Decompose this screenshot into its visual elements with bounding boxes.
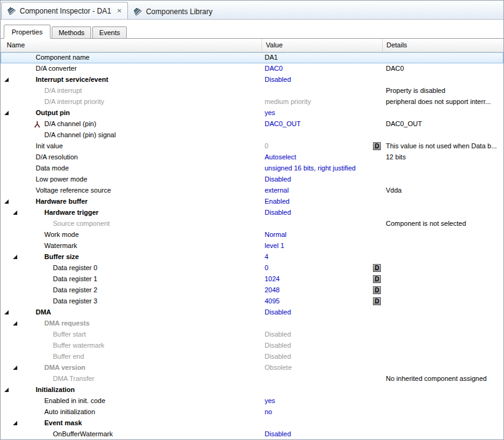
property-value-cell[interactable]: Obsolete — [262, 362, 383, 374]
property-value-cell[interactable] — [262, 418, 383, 429]
property-details — [383, 329, 503, 340]
property-row[interactable]: Data register 1 1024 D — [1, 274, 503, 285]
property-value-cell[interactable]: Disabled — [262, 329, 383, 340]
close-icon[interactable]: ✕ — [117, 8, 122, 14]
property-value-cell[interactable]: Enabled — [262, 196, 383, 207]
property-row[interactable]: Data register 3 4095 D — [1, 296, 503, 307]
property-value-cell[interactable]: 0 D — [262, 263, 383, 274]
property-row[interactable]: Buffer watermark Disabled — [1, 340, 503, 351]
expand-arrow-icon[interactable] — [13, 255, 17, 259]
property-value-cell[interactable]: 1024 D — [262, 274, 383, 285]
property-value-cell[interactable]: Disabled — [262, 207, 383, 218]
property-row[interactable]: D/A channel (pin) signal — [1, 130, 503, 141]
expand-arrow-icon[interactable] — [13, 366, 17, 370]
property-value-cell[interactable]: Autoselect — [262, 152, 383, 163]
property-row[interactable]: DMA version Obsolete — [1, 362, 503, 374]
expand-arrow-icon[interactable] — [13, 321, 17, 326]
property-row[interactable]: Interrupt service/event Disabled — [1, 74, 503, 86]
default-value-button[interactable]: D — [373, 275, 381, 283]
property-value-cell[interactable]: level 1 — [262, 241, 383, 252]
property-value-cell[interactable]: yes — [262, 396, 383, 407]
property-row[interactable]: Buffer size 4 — [1, 252, 503, 263]
default-value-button[interactable]: D — [373, 286, 381, 294]
tab-methods[interactable]: Methods — [52, 26, 91, 38]
property-row[interactable]: Auto initialization no — [1, 407, 503, 418]
tab-events[interactable]: Events — [92, 26, 127, 38]
default-value-button[interactable]: D — [373, 297, 381, 305]
property-value-cell[interactable]: Normal — [262, 230, 383, 241]
property-row[interactable]: D/A resolution Autoselect 12 bits — [1, 152, 503, 163]
property-row[interactable]: Buffer start Disabled — [1, 329, 503, 340]
expand-arrow-icon[interactable] — [4, 78, 9, 82]
property-row[interactable]: D/A channel (pin) DAC0_OUT DAC0_OUT — [1, 119, 503, 130]
property-value-cell[interactable] — [262, 318, 383, 329]
property-row[interactable]: DMA requests — [1, 318, 503, 329]
property-value-cell[interactable] — [262, 86, 383, 97]
property-value-cell[interactable]: Disabled — [262, 307, 383, 318]
property-value-cell[interactable]: DA1 — [262, 52, 383, 63]
property-row[interactable]: Watermark level 1 — [1, 241, 503, 252]
property-value-cell[interactable]: 0 D — [262, 141, 383, 152]
property-row[interactable]: Hardware trigger Disabled — [1, 207, 503, 218]
tab-component-inspector[interactable]: Component Inspector - DA1 ✕ — [1, 2, 128, 19]
property-value-cell[interactable] — [262, 374, 383, 385]
expand-arrow-icon[interactable] — [13, 421, 17, 425]
column-header-value[interactable]: Value — [262, 39, 383, 52]
property-row[interactable]: DMA Disabled — [1, 307, 503, 318]
property-row[interactable]: D/A interrupt Property is disabled — [1, 86, 503, 97]
tab-components-library[interactable]: Components Library — [128, 4, 218, 19]
property-row[interactable]: D/A converter DAC0 DAC0 — [1, 63, 503, 74]
property-row[interactable]: Source component Component is not select… — [1, 218, 503, 230]
property-row[interactable]: Data register 0 0 D — [1, 263, 503, 274]
property-row[interactable]: Data register 2 2048 D — [1, 285, 503, 296]
property-value-cell[interactable]: 2048 D — [262, 285, 383, 296]
property-row[interactable]: Hardware buffer Enabled — [1, 196, 503, 207]
expand-arrow-icon[interactable] — [4, 111, 9, 115]
property-details — [383, 108, 503, 119]
property-value-cell[interactable]: yes — [262, 108, 383, 119]
property-value-cell[interactable]: DAC0_OUT — [262, 119, 383, 130]
expand-arrow-icon[interactable] — [13, 210, 17, 215]
property-row[interactable]: Initialization — [1, 385, 503, 396]
property-row[interactable]: Output pin yes — [1, 108, 503, 119]
default-value-button[interactable]: D — [373, 142, 381, 150]
property-value-cell[interactable]: unsigned 16 bits, right justified — [262, 163, 383, 174]
property-value-cell[interactable]: no — [262, 407, 383, 418]
property-row[interactable]: Voltage reference source external Vdda — [1, 185, 503, 196]
property-value-cell[interactable] — [262, 385, 383, 396]
property-row[interactable]: D/A interrupt priority medium priority p… — [1, 97, 503, 108]
property-value-cell[interactable]: medium priority — [262, 97, 383, 108]
property-row[interactable]: Event mask — [1, 418, 503, 429]
property-value: DAC0_OUT — [265, 120, 301, 127]
property-row[interactable]: Data mode unsigned 16 bits, right justif… — [1, 163, 503, 174]
property-row[interactable]: Init value 0 D This value is not used wh… — [1, 141, 503, 152]
property-value-cell[interactable]: Disabled — [262, 340, 383, 351]
property-value-cell[interactable]: 4 — [262, 252, 383, 263]
property-row[interactable]: Buffer end Disabled — [1, 351, 503, 362]
property-value-cell[interactable] — [262, 130, 383, 141]
property-details — [383, 418, 503, 429]
property-value-cell[interactable]: Disabled — [262, 174, 383, 185]
property-value-cell[interactable]: 4095 D — [262, 296, 383, 307]
property-value-cell[interactable]: Disabled — [262, 429, 383, 439]
expand-arrow-icon[interactable] — [4, 199, 9, 204]
expand-arrow-icon[interactable] — [4, 388, 9, 392]
column-header-details[interactable]: Details — [383, 39, 503, 52]
property-details — [383, 263, 503, 274]
property-row[interactable]: Component name DA1 — [1, 52, 503, 63]
property-value-cell[interactable]: Disabled — [262, 351, 383, 362]
property-row[interactable]: DMA Transfer No inherited component assi… — [1, 374, 503, 385]
property-value-cell[interactable]: Disabled — [262, 74, 383, 86]
property-row[interactable]: Enabled in init. code yes — [1, 396, 503, 407]
property-row[interactable]: OnBufferWatermark Disabled — [1, 429, 503, 439]
expand-arrow-icon[interactable] — [4, 310, 9, 314]
column-header-name[interactable]: Name — [1, 39, 262, 52]
property-value-cell[interactable] — [262, 218, 383, 230]
property-value: yes — [265, 109, 275, 116]
default-value-button[interactable]: D — [373, 264, 381, 272]
tab-properties[interactable]: Properties — [4, 25, 50, 39]
property-row[interactable]: Low power mode Disabled — [1, 174, 503, 185]
property-value-cell[interactable]: DAC0 — [262, 63, 383, 74]
property-row[interactable]: Work mode Normal — [1, 230, 503, 241]
property-value-cell[interactable]: external — [262, 185, 383, 196]
